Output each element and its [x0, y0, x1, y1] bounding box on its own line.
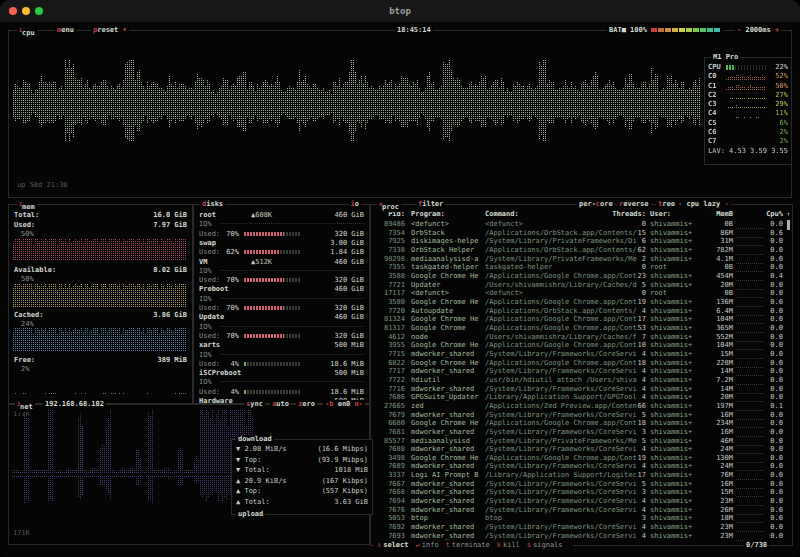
preset-next-icon[interactable]: •: [123, 26, 127, 34]
interface-selector[interactable]: ‹b en0 n›: [323, 400, 365, 409]
sort-prev-icon[interactable]: ‹: [678, 200, 682, 208]
menu-button[interactable]: menu: [55, 26, 76, 35]
column-user[interactable]: User:: [650, 210, 671, 219]
tree-toggle[interactable]: tree: [656, 200, 677, 209]
process-row[interactable]: 4612node/Users/shivammishra/Library/Cach…: [375, 333, 784, 342]
core-row: C227%: [705, 91, 791, 100]
footer-action-info[interactable]: ↵info: [416, 541, 439, 549]
disk-name-row: swap3.00 GiB: [199, 239, 364, 248]
reverse-toggle[interactable]: reverse: [617, 200, 651, 209]
process-row[interactable]: 3337Logi AI Prompt B/Library/Application…: [375, 471, 784, 480]
process-row[interactable]: 3498Google Chrome He/Applications/Google…: [375, 454, 784, 463]
sync-toggle[interactable]: sync: [244, 400, 265, 409]
disk-name: iSCPreboot: [199, 369, 241, 377]
disk-io-graph: [221, 223, 364, 224]
process-cell: <defunct>: [411, 220, 449, 229]
process-row[interactable]: 89486<defunct><defunct>0shivammis+0B0.0: [375, 220, 784, 229]
disks-box-title[interactable]: disks: [200, 200, 225, 209]
process-row[interactable]: 6680Google Chrome He/Applications/Google…: [375, 419, 784, 428]
zero-toggle[interactable]: zero: [296, 400, 317, 409]
disk-name-row: root▲608K460 GiB: [199, 211, 364, 220]
net-box-title[interactable]: 3net: [15, 400, 35, 412]
process-row[interactable]: 7715mdworker_shared/System/Library/Frame…: [375, 350, 784, 359]
memory-box-title[interactable]: 2mem: [17, 200, 37, 212]
process-row[interactable]: 7717mdworker_shared/System/Library/Frame…: [375, 367, 784, 376]
column-threads[interactable]: Threads:: [610, 210, 646, 219]
filter-button[interactable]: filter: [416, 200, 445, 209]
process-row[interactable]: 17117<defunct><defunct>0root0B0.0: [375, 289, 784, 298]
process-cell: 7681: [375, 428, 405, 437]
process-row[interactable]: 7720Autoupdate/Applications/OrbStack.app…: [375, 307, 784, 316]
core-label: C5: [708, 119, 725, 128]
process-row[interactable]: 7667mdworker_shared/System/Library/Frame…: [375, 480, 784, 489]
process-row[interactable]: 7679mdworker_shared/System/Library/Frame…: [375, 411, 784, 420]
sort-selector[interactable]: ‹ cpu lazy ›: [676, 200, 731, 209]
process-cell: 7722: [375, 376, 405, 385]
process-row[interactable]: 7716mdworker_shared/System/Library/Frame…: [375, 385, 784, 394]
process-row[interactable]: 7668mdworker_shared/System/Library/Frame…: [375, 488, 784, 497]
process-cpu-percent: 0.0: [756, 255, 783, 264]
scroll-up-icon[interactable]: ↑: [786, 210, 790, 218]
disk-io-row: IO%: [199, 220, 364, 229]
battery-segment: [714, 28, 720, 32]
process-row[interactable]: 6822Google Chrome He/Applications/Google…: [375, 359, 784, 368]
interval-decrease-button[interactable]: -: [737, 26, 741, 34]
process-cell: 14M: [695, 367, 733, 376]
footer-action-signals[interactable]: ssignals: [527, 541, 563, 549]
footer-action-terminate[interactable]: tterminate: [446, 541, 490, 549]
process-row[interactable]: 7692mdworker_shared/System/Library/Frame…: [375, 523, 784, 532]
core-label: C3: [708, 100, 725, 109]
process-row[interactable]: 3955Google Chrome He/Applications/Google…: [375, 341, 784, 350]
process-cell: 17117: [375, 289, 405, 298]
process-row[interactable]: 3580Google Chrome He/Applications/Google…: [375, 298, 784, 307]
cpu-box-title[interactable]: 1cpu: [17, 26, 37, 38]
process-row[interactable]: 7676mdworker_shared/System/Library/Frame…: [375, 506, 784, 515]
proc-box-title[interactable]: 4proc: [377, 200, 401, 212]
disk-used-row: Used:70%320 GiB: [199, 230, 364, 239]
column-program[interactable]: Program:: [411, 210, 445, 219]
process-cpu-percent: 0.0: [756, 281, 783, 290]
process-row[interactable]: 85577mediaanalysisd/System/Library/Priva…: [375, 437, 784, 446]
process-row[interactable]: 5053btopbtop3shivammis+18M0.0: [375, 514, 784, 523]
process-row[interactable]: 7338OrbStack Helper/Applications/OrbStac…: [375, 246, 784, 255]
process-cpu-percent: 0.4: [756, 272, 783, 281]
process-row[interactable]: 7354OrbStack/Applications/OrbStack.app/C…: [375, 229, 784, 238]
process-row[interactable]: 7686GPGSuite_Updater/Library/Application…: [375, 393, 784, 402]
sort-next-icon[interactable]: ›: [724, 200, 728, 208]
auto-toggle[interactable]: auto: [270, 400, 291, 409]
process-cell: shivammis+: [650, 281, 692, 290]
per-core-toggle[interactable]: per-core: [577, 200, 615, 209]
process-row[interactable]: 7689mdworker_shared/System/Library/Frame…: [375, 462, 784, 471]
net-stat-label: ▼ Top:: [236, 455, 261, 466]
process-cell: 5053: [375, 514, 405, 523]
disk-used-label: Used:: [199, 276, 220, 284]
process-row[interactable]: 7688mdworker_shared/System/Library/Frame…: [375, 445, 784, 454]
process-row[interactable]: 3588Google Chrome He/Applications/Google…: [375, 272, 784, 281]
column-cpu[interactable]: Cpu%: [756, 210, 783, 219]
footer-action-kill[interactable]: kkill: [497, 541, 520, 549]
process-row[interactable]: 7721Updater/Users/shivammishra/Library/C…: [375, 281, 784, 290]
process-row[interactable]: 7694mdworker_shared/System/Library/Frame…: [375, 497, 784, 506]
process-cell: 7717: [375, 367, 405, 376]
update-interval: - 2000ms +: [735, 26, 781, 35]
column-memb[interactable]: MemB: [695, 210, 733, 219]
process-row[interactable]: 81324Google Chrome He/Applications/Googl…: [375, 315, 784, 324]
process-row[interactable]: 7722hdiutil/usr/bin/hdiutil attach /User…: [375, 376, 784, 385]
process-cell: 17: [610, 315, 646, 324]
process-row[interactable]: 7355taskgated-helpertaskgated-helper0roo…: [375, 263, 784, 272]
process-row[interactable]: 7681mdworker_shared/System/Library/Frame…: [375, 428, 784, 437]
process-row[interactable]: 81317Google Chrome/Applications/Google C…: [375, 324, 784, 333]
footer-action-select[interactable]: ↕select: [377, 541, 409, 549]
io-mode-toggle[interactable]: io: [349, 200, 361, 209]
core-percent: 52%: [767, 72, 788, 81]
cpu-total-meter: [726, 65, 766, 70]
process-row[interactable]: 7925diskimages-helpe/System/Library/Priv…: [375, 237, 784, 246]
iface-prev-key[interactable]: b: [329, 400, 333, 408]
process-row[interactable]: 98298mediaanalysisd-a/System/Library/Pri…: [375, 255, 784, 264]
interval-increase-button[interactable]: +: [775, 26, 779, 34]
process-row[interactable]: 27665zed/Applications/Zed Preview.app/Co…: [375, 402, 784, 411]
disk-used-meter-fill: [244, 250, 279, 254]
process-cpu-percent: 0.0: [756, 367, 783, 376]
disk-used-row: Used:70%320 GiB: [199, 304, 364, 313]
preset-button[interactable]: preset •: [91, 26, 129, 35]
